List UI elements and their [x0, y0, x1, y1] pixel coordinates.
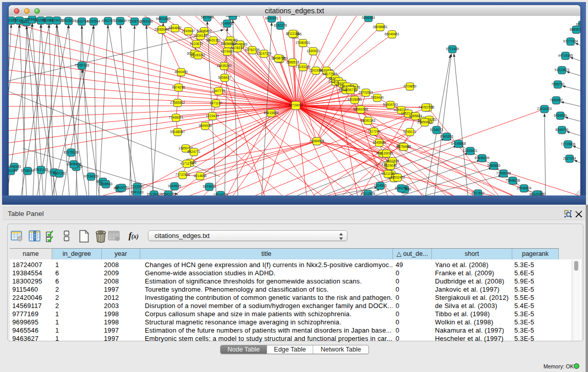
- svg-text:4387262: 4387262: [53, 171, 66, 175]
- svg-text:88856855: 88856855: [221, 42, 236, 46]
- svg-text:77468071: 77468071: [169, 116, 184, 119]
- svg-text:5060883: 5060883: [487, 164, 500, 167]
- svg-text:71595148: 71595148: [496, 171, 511, 175]
- svg-text:83178108: 83178108: [64, 150, 79, 154]
- svg-text:27565512: 27565512: [170, 101, 185, 104]
- svg-text:66049451: 66049451: [385, 32, 400, 36]
- svg-text:1586518: 1586518: [286, 60, 299, 64]
- svg-text:90112805: 90112805: [361, 192, 376, 195]
- svg-text:94801845: 94801845: [156, 17, 171, 20]
- svg-text:1471167: 1471167: [210, 101, 223, 105]
- svg-text:5738299: 5738299: [21, 169, 34, 172]
- svg-text:44714345: 44714345: [558, 54, 573, 57]
- svg-text:75787133: 75787133: [75, 63, 90, 67]
- svg-text:6030564: 6030564: [87, 19, 100, 23]
- svg-text:97277434: 97277434: [563, 39, 578, 43]
- svg-text:5008427: 5008427: [218, 76, 231, 79]
- svg-text:7193990: 7193990: [130, 185, 144, 188]
- svg-text:9244935: 9244935: [168, 184, 181, 188]
- svg-text:4285884: 4285884: [409, 114, 422, 118]
- svg-text:2836736: 2836736: [344, 88, 357, 92]
- svg-text:5745171: 5745171: [403, 130, 417, 134]
- svg-text:73193149: 73193149: [296, 65, 311, 69]
- svg-text:7690967: 7690967: [550, 98, 563, 102]
- svg-text:29065940: 29065940: [155, 28, 169, 31]
- svg-text:7117240: 7117240: [368, 129, 381, 133]
- svg-text:8917693: 8917693: [471, 191, 485, 195]
- svg-text:4953767: 4953767: [101, 19, 115, 23]
- svg-text:38809570: 38809570: [226, 16, 241, 17]
- svg-text:91223623: 91223623: [555, 68, 570, 72]
- svg-text:39946804: 39946804: [517, 186, 532, 190]
- svg-text:1249947: 1249947: [182, 29, 195, 33]
- svg-text:97234309: 97234309: [84, 174, 99, 178]
- svg-text:74053773: 74053773: [419, 105, 433, 109]
- svg-text:18724007: 18724007: [289, 103, 303, 107]
- svg-text:4374989: 4374989: [221, 50, 234, 53]
- svg-text:64145868: 64145868: [451, 142, 466, 145]
- svg-text:23433200: 23433200: [537, 107, 552, 111]
- svg-text:8874296: 8874296: [172, 85, 185, 89]
- svg-text:63147379: 63147379: [257, 52, 272, 55]
- svg-text:75648236: 75648236: [506, 179, 520, 182]
- svg-text:3832764: 3832764: [75, 19, 89, 23]
- svg-text:3269166: 3269166: [140, 19, 153, 23]
- svg-text:3260256: 3260256: [395, 186, 408, 190]
- svg-text:5896383: 5896383: [362, 16, 375, 19]
- svg-text:9708317: 9708317: [576, 23, 580, 26]
- svg-text:9214658: 9214658: [193, 174, 207, 178]
- svg-text:12606474: 12606474: [67, 162, 81, 166]
- svg-text:28702621: 28702621: [359, 91, 374, 94]
- svg-text:57525534: 57525534: [61, 19, 76, 23]
- svg-text:60752735: 60752735: [245, 48, 260, 52]
- svg-text:2241904: 2241904: [309, 69, 322, 72]
- svg-text:25850643: 25850643: [418, 120, 432, 124]
- svg-text:37028951: 37028951: [347, 98, 362, 101]
- svg-text:2627204: 2627204: [563, 157, 576, 160]
- svg-text:7204505: 7204505: [374, 184, 387, 187]
- svg-text:5627048: 5627048: [201, 16, 214, 19]
- svg-text:4678377: 4678377: [231, 46, 244, 50]
- svg-text:4709859: 4709859: [403, 84, 417, 88]
- svg-text:23435240: 23435240: [217, 64, 232, 68]
- svg-text:2031051: 2031051: [9, 169, 17, 172]
- svg-text:50909743: 50909743: [383, 103, 398, 106]
- svg-text:55168087: 55168087: [170, 130, 185, 134]
- svg-text:7658760: 7658760: [551, 82, 564, 86]
- svg-text:7998543: 7998543: [99, 182, 113, 186]
- svg-text:7959440: 7959440: [371, 96, 384, 99]
- svg-text:1229413: 1229413: [206, 114, 219, 118]
- svg-text:55961586: 55961586: [354, 107, 368, 111]
- svg-text:4990490: 4990490: [175, 70, 188, 74]
- svg-text:72729806: 72729806: [561, 142, 576, 146]
- svg-text:9421020: 9421020: [381, 172, 395, 176]
- svg-text:5824771: 5824771: [187, 150, 201, 154]
- svg-text:46183242: 46183242: [191, 53, 206, 57]
- svg-text:9148932: 9148932: [221, 21, 234, 25]
- svg-text:38098851: 38098851: [373, 25, 388, 29]
- svg-text:8346706: 8346706: [555, 128, 569, 132]
- svg-text:8991183: 8991183: [131, 190, 144, 194]
- svg-text:88091343: 88091343: [361, 119, 376, 122]
- svg-text:9699938: 9699938: [199, 124, 212, 127]
- svg-text:91754965: 91754965: [397, 145, 411, 148]
- svg-text:1330923: 1330923: [307, 49, 320, 53]
- svg-text:9120679: 9120679: [190, 42, 203, 46]
- svg-text:5238849: 5238849: [114, 19, 127, 23]
- svg-text:19384554: 19384554: [310, 139, 324, 143]
- svg-text:6045562: 6045562: [373, 141, 386, 144]
- svg-text:49502402: 49502402: [390, 176, 405, 179]
- svg-text:77737826: 77737826: [176, 173, 190, 177]
- svg-text:5216073: 5216073: [430, 128, 443, 132]
- svg-text:5874016: 5874016: [203, 185, 216, 188]
- svg-text:6430391: 6430391: [265, 16, 278, 20]
- svg-text:54431351: 54431351: [206, 38, 221, 42]
- svg-text:9721489: 9721489: [446, 47, 459, 51]
- svg-text:1947775: 1947775: [212, 89, 225, 93]
- svg-text:2334123: 2334123: [194, 34, 207, 37]
- svg-text:8889579: 8889579: [570, 28, 580, 31]
- svg-text:4171274: 4171274: [180, 162, 193, 165]
- svg-text:47631165: 47631165: [34, 168, 49, 171]
- svg-text:65698169: 65698169: [475, 156, 490, 160]
- svg-text:44624751: 44624751: [115, 186, 129, 189]
